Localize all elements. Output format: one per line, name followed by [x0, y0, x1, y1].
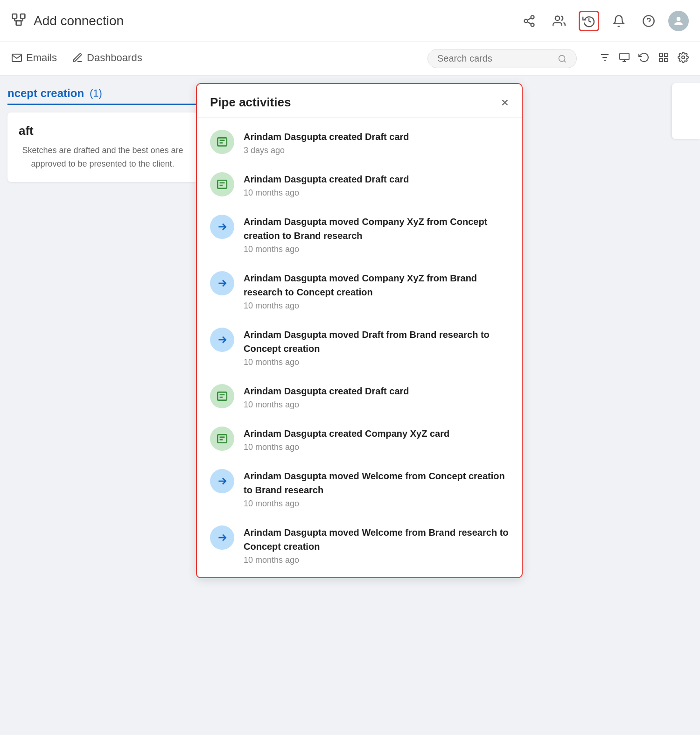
activity-time: 10 months ago — [244, 555, 509, 565]
toolbar-icons — [599, 52, 689, 66]
activity-icon — [210, 172, 234, 196]
activity-content: Arindam Dasgupta created Draft card10 mo… — [244, 172, 509, 198]
activity-content: Arindam Dasgupta moved Company XyZ from … — [244, 215, 509, 254]
activity-time: 10 months ago — [244, 442, 509, 452]
connection-icon — [11, 12, 26, 30]
activity-content: Arindam Dasgupta moved Welcome from Bran… — [244, 525, 509, 565]
activity-item: Arindam Dasgupta moved Welcome from Bran… — [197, 517, 522, 574]
activity-text: Arindam Dasgupta created Draft card — [244, 130, 509, 144]
activity-item: Arindam Dasgupta moved Welcome from Conc… — [197, 461, 522, 517]
pipe-title-row: ncept creation (1) — [7, 83, 198, 105]
tab-emails[interactable]: Emails — [11, 42, 57, 75]
tab-emails-label: Emails — [26, 52, 57, 64]
settings-icon[interactable] — [678, 52, 689, 66]
header-left: Add connection — [11, 12, 519, 30]
svg-rect-25 — [659, 58, 663, 62]
pipe-title: ncept creation — [7, 87, 84, 100]
svg-line-16 — [564, 60, 566, 62]
share-icon-btn[interactable] — [519, 11, 539, 31]
main-content: ncept creation (1) aft Sketches are draf… — [0, 76, 700, 735]
pipe-count: (1) — [90, 87, 102, 99]
history-icon-btn[interactable] — [579, 11, 599, 31]
activity-time: 10 months ago — [244, 400, 509, 410]
activity-time: 3 days ago — [244, 146, 509, 155]
svg-rect-2 — [16, 21, 21, 25]
activities-title: Pipe activities — [210, 95, 291, 110]
svg-rect-1 — [21, 14, 25, 18]
svg-rect-31 — [217, 180, 227, 188]
svg-rect-40 — [217, 434, 227, 442]
activity-icon — [210, 469, 234, 493]
svg-rect-23 — [659, 53, 663, 56]
activity-icon — [210, 384, 234, 408]
tab-dashboards[interactable]: Dashboards — [72, 42, 142, 75]
header: Add connection — [0, 0, 700, 42]
svg-rect-28 — [217, 138, 227, 146]
activity-item: Arindam Dasgupta moved Company XyZ from … — [197, 206, 522, 263]
right-card-peek — [672, 83, 700, 139]
card-column-desc: Sketches are drafted and the best ones a… — [19, 144, 187, 171]
activity-content: Arindam Dasgupta moved Company XyZ from … — [244, 271, 509, 311]
activity-content: Arindam Dasgupta created Draft card3 day… — [244, 130, 509, 155]
activity-item: Arindam Dasgupta moved Company XyZ from … — [197, 263, 522, 319]
svg-point-7 — [531, 15, 534, 19]
activity-icon — [210, 328, 234, 352]
activity-icon — [210, 427, 234, 451]
svg-rect-0 — [13, 14, 17, 18]
activity-item: Arindam Dasgupta created Company XyZ car… — [197, 418, 522, 461]
activity-time: 10 months ago — [244, 357, 509, 367]
activity-item: Arindam Dasgupta created Draft card3 day… — [197, 121, 522, 164]
svg-line-11 — [527, 18, 531, 20]
activities-header: Pipe activities × — [197, 84, 522, 118]
pipe-column: ncept creation (1) aft Sketches are draf… — [0, 76, 205, 735]
activity-text: Arindam Dasgupta moved Welcome from Bran… — [244, 525, 509, 553]
svg-point-8 — [525, 19, 528, 22]
activity-content: Arindam Dasgupta created Draft card10 mo… — [244, 384, 509, 410]
activity-content: Arindam Dasgupta moved Welcome from Conc… — [244, 469, 509, 509]
activity-text: Arindam Dasgupta created Draft card — [244, 384, 509, 398]
search-input[interactable] — [437, 53, 553, 64]
activity-icon — [210, 215, 234, 239]
help-icon-btn[interactable] — [638, 11, 659, 31]
undo-icon[interactable] — [638, 52, 650, 66]
activity-time: 10 months ago — [244, 301, 509, 311]
activity-time: 10 months ago — [244, 245, 509, 254]
activities-list: Arindam Dasgupta created Draft card3 day… — [197, 118, 522, 577]
bell-icon-btn[interactable] — [609, 11, 629, 31]
activity-item: Arindam Dasgupta created Draft card10 mo… — [197, 376, 522, 418]
svg-line-10 — [527, 21, 531, 24]
svg-rect-20 — [620, 53, 629, 60]
svg-point-15 — [559, 55, 565, 61]
right-side — [672, 76, 700, 735]
activity-item: Arindam Dasgupta created Draft card10 mo… — [197, 164, 522, 206]
add-connection-label: Add connection — [34, 14, 124, 28]
activity-text: Arindam Dasgupta moved Welcome from Conc… — [244, 469, 509, 497]
svg-point-27 — [682, 56, 685, 59]
activity-text: Arindam Dasgupta moved Draft from Brand … — [244, 328, 509, 356]
activity-text: Arindam Dasgupta moved Company XyZ from … — [244, 215, 509, 243]
activity-content: Arindam Dasgupta created Company XyZ car… — [244, 427, 509, 452]
subheader: Emails Dashboards — [0, 42, 700, 76]
activity-time: 10 months ago — [244, 499, 509, 509]
activity-icon — [210, 525, 234, 550]
activities-panel: Pipe activities × Arindam Dasgupta creat… — [196, 83, 523, 578]
svg-point-12 — [555, 16, 560, 20]
svg-rect-37 — [217, 392, 227, 400]
close-panel-btn[interactable]: × — [501, 96, 509, 109]
avatar-btn[interactable] — [668, 11, 689, 31]
svg-rect-24 — [665, 53, 668, 56]
activity-text: Arindam Dasgupta created Company XyZ car… — [244, 427, 509, 441]
activity-icon — [210, 271, 234, 295]
card-column-title: aft — [19, 124, 187, 138]
activity-text: Arindam Dasgupta created Draft card — [244, 172, 509, 186]
header-right — [519, 11, 689, 31]
svg-point-9 — [531, 23, 534, 26]
activity-icon — [210, 130, 234, 154]
search-bar[interactable] — [427, 49, 577, 68]
grid-icon[interactable] — [658, 52, 669, 66]
filter-icon[interactable] — [599, 52, 610, 66]
people-icon-btn[interactable] — [549, 11, 569, 31]
activity-content: Arindam Dasgupta moved Draft from Brand … — [244, 328, 509, 367]
tab-dashboards-label: Dashboards — [87, 52, 142, 64]
display-icon[interactable] — [619, 52, 630, 66]
